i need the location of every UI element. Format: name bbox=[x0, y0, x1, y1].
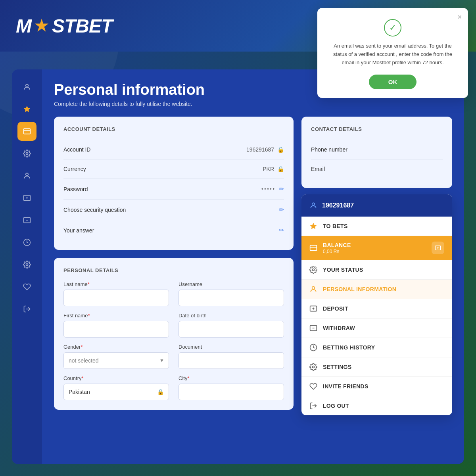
logo-star-icon bbox=[35, 19, 49, 33]
dropdown-item-deposit[interactable]: DEPOSIT bbox=[301, 299, 452, 319]
dropdown-item-to-bets[interactable]: TO BETS bbox=[301, 217, 452, 236]
popup-check-icon: ✓ bbox=[328, 19, 457, 36]
svg-marker-1 bbox=[24, 106, 31, 112]
country-lock-icon: 🔒 bbox=[157, 389, 164, 395]
sidebar-item-invite[interactable] bbox=[17, 277, 36, 296]
dropdown-item-log-out[interactable]: LOG OUT bbox=[301, 396, 452, 415]
logo: M STBET bbox=[16, 15, 112, 37]
account-id-row: Account ID 196291687 🔒 bbox=[63, 140, 284, 159]
gender-select[interactable]: not selected Male Female bbox=[63, 352, 169, 369]
sidebar-item-deposit[interactable] bbox=[17, 188, 36, 207]
password-value: ••••• ✏ bbox=[261, 185, 284, 193]
personal-details-title: PERSONAL DETAILS bbox=[63, 267, 284, 273]
last-name-label: Last name* bbox=[63, 281, 169, 287]
phone-row: Phone number bbox=[311, 140, 443, 159]
document-label: Document bbox=[178, 344, 284, 350]
document-field: Document bbox=[178, 344, 284, 369]
sidebar-item-logout[interactable] bbox=[17, 299, 36, 319]
withdraw-label: WITHDRAW bbox=[323, 325, 355, 331]
city-field: City* bbox=[178, 375, 284, 400]
last-name-input[interactable] bbox=[63, 290, 169, 306]
page-content: Personal information Complete the follow… bbox=[42, 69, 464, 464]
account-details-card: ACCOUNT DETAILS Account ID 196291687 🔒 C… bbox=[54, 117, 294, 250]
personal-info-label: PERSONAL INFORMATION bbox=[323, 286, 396, 292]
balance-info: BALANCE 0,00 Rs bbox=[323, 242, 351, 254]
last-name-required: * bbox=[88, 281, 90, 287]
sidebar-item-star[interactable] bbox=[17, 100, 36, 119]
phone-label: Phone number bbox=[311, 146, 347, 153]
username-label: Username bbox=[178, 281, 284, 287]
contact-details-card: CONTACT DETAILS Phone number Email bbox=[301, 117, 452, 188]
logo-text-right: STBET bbox=[52, 15, 112, 37]
deposit-label: DEPOSIT bbox=[323, 305, 348, 312]
dropdown-item-personal-info[interactable]: PERSONAL INFORMATION bbox=[301, 280, 452, 299]
security-question-edit-icon[interactable]: ✏ bbox=[279, 206, 284, 213]
email-label: Email bbox=[311, 166, 325, 172]
your-answer-edit-icon[interactable]: ✏ bbox=[279, 226, 284, 234]
svg-marker-11 bbox=[310, 223, 317, 229]
balance-value: 0,00 Rs bbox=[323, 249, 351, 254]
dropdown-item-betting-history[interactable]: BETTING HISTORY bbox=[301, 338, 452, 357]
your-status-label: YOUR STATUS bbox=[323, 267, 363, 273]
balance-action-icon[interactable] bbox=[432, 242, 444, 254]
popup-close-button[interactable]: × bbox=[457, 13, 462, 21]
sidebar-item-user[interactable] bbox=[17, 77, 36, 96]
dropdown-item-withdraw[interactable]: WITHDRAW bbox=[301, 319, 452, 338]
sidebar-item-history[interactable] bbox=[17, 233, 36, 252]
sidebar-item-balance[interactable] bbox=[17, 122, 36, 141]
country-text: Pakistan bbox=[69, 389, 90, 395]
username-input[interactable] bbox=[178, 290, 284, 306]
dob-input[interactable] bbox=[178, 321, 284, 338]
password-edit-icon[interactable]: ✏ bbox=[279, 185, 284, 193]
account-id-lock-icon: 🔒 bbox=[277, 146, 284, 153]
two-col-layout: ACCOUNT DETAILS Account ID 196291687 🔒 C… bbox=[54, 117, 452, 418]
dropdown-item-settings[interactable]: SETTINGS bbox=[301, 357, 452, 377]
first-name-input[interactable] bbox=[63, 321, 169, 338]
dropdown-item-invite-friends[interactable]: INVITE FRIENDS bbox=[301, 377, 452, 396]
security-question-row: Choose security question ✏ bbox=[63, 200, 284, 220]
page-subtitle: Complete the following details to fully … bbox=[54, 101, 452, 107]
your-status-icon bbox=[309, 266, 317, 274]
dropdown-header-user-icon bbox=[309, 202, 317, 209]
to-bets-star-icon bbox=[309, 222, 317, 230]
dob-field: Date of birth bbox=[178, 313, 284, 338]
betting-history-icon bbox=[309, 344, 317, 351]
personal-info-icon bbox=[309, 285, 317, 293]
city-input[interactable] bbox=[178, 384, 284, 400]
dropdown-item-your-status[interactable]: YOUR STATUS bbox=[301, 260, 452, 280]
svg-rect-12 bbox=[310, 245, 317, 250]
sidebar-item-person[interactable] bbox=[17, 166, 36, 185]
document-input[interactable] bbox=[178, 352, 284, 369]
svg-point-20 bbox=[313, 366, 315, 368]
first-name-label: First name* bbox=[63, 313, 169, 319]
username-field: Username bbox=[178, 281, 284, 306]
sidebar-item-withdraw[interactable] bbox=[17, 211, 36, 230]
balance-refresh-icon bbox=[435, 245, 441, 251]
balance-label: BALANCE bbox=[323, 242, 351, 248]
currency-lock-icon: 🔒 bbox=[277, 166, 284, 172]
svg-point-10 bbox=[312, 203, 315, 205]
left-column: ACCOUNT DETAILS Account ID 196291687 🔒 C… bbox=[54, 117, 294, 418]
main-content: Personal information Complete the follow… bbox=[12, 69, 464, 464]
your-answer-row: Your answer ✏ bbox=[63, 220, 284, 240]
sidebar-item-settings2[interactable] bbox=[17, 255, 36, 274]
account-id-value: 196291687 🔒 bbox=[246, 146, 284, 153]
currency-value: PKR 🔒 bbox=[263, 166, 284, 172]
svg-point-5 bbox=[26, 173, 29, 176]
withdraw-icon bbox=[309, 324, 317, 332]
svg-point-4 bbox=[26, 153, 28, 155]
logo-text-left: M bbox=[16, 15, 31, 37]
popup-ok-button[interactable]: OK bbox=[369, 75, 416, 89]
popup-message: An email was sent to your email address.… bbox=[328, 42, 457, 67]
right-column: CONTACT DETAILS Phone number Email 19629… bbox=[301, 117, 452, 418]
password-label: Password bbox=[63, 186, 88, 192]
your-answer-label: Your answer bbox=[63, 227, 94, 234]
sidebar-item-settings1[interactable] bbox=[17, 144, 36, 163]
dropdown-item-balance[interactable]: BALANCE 0,00 Rs bbox=[301, 236, 452, 260]
svg-rect-2 bbox=[24, 129, 31, 134]
dropdown-user-id: 196291687 bbox=[322, 202, 354, 209]
password-dots: ••••• bbox=[261, 186, 276, 192]
country-required: * bbox=[82, 375, 84, 381]
account-id-label: Account ID bbox=[63, 146, 90, 153]
balance-icon bbox=[309, 244, 317, 252]
